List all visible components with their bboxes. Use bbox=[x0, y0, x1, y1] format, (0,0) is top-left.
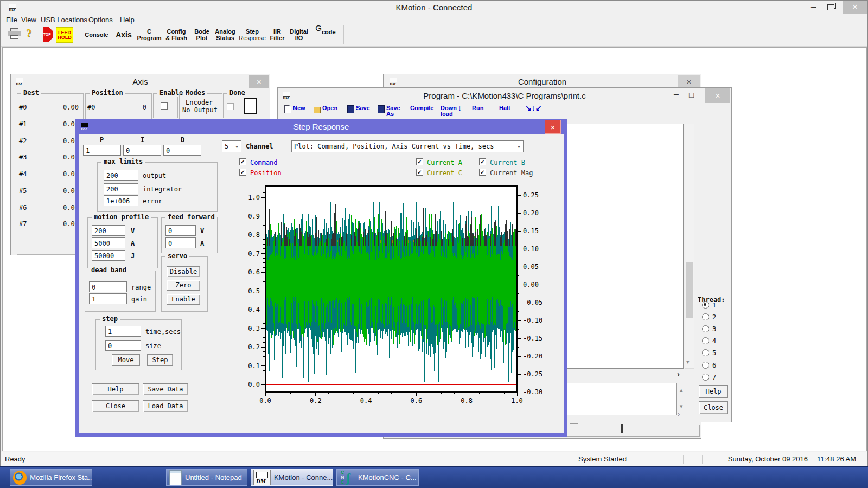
thread-radio-3[interactable] bbox=[702, 325, 709, 332]
toolbar-axis-button[interactable]: Axis bbox=[112, 25, 135, 44]
feedhold-icon[interactable]: FEED HOLD bbox=[56, 27, 73, 43]
thread-radio-7[interactable] bbox=[702, 374, 709, 381]
notepad-icon bbox=[169, 470, 182, 485]
toolbar-analog-status-button[interactable]: AnalogStatus bbox=[213, 25, 237, 44]
program-close-button[interactable]: Close bbox=[699, 401, 728, 414]
save-as-disk-icon bbox=[378, 105, 385, 113]
motion-a-field[interactable] bbox=[92, 237, 125, 248]
close-icon[interactable]: × bbox=[249, 75, 269, 88]
svg-text:0.05: 0.05 bbox=[523, 263, 539, 271]
feedhold-line2: HOLD bbox=[58, 35, 72, 40]
p-field[interactable] bbox=[83, 145, 121, 156]
toolbar-console-button[interactable]: Console bbox=[82, 25, 111, 44]
print-icon[interactable] bbox=[8, 28, 21, 38]
axis-big-checkbox[interactable] bbox=[244, 98, 257, 114]
max-output-field[interactable] bbox=[104, 170, 138, 181]
thread-radio-1[interactable] bbox=[702, 301, 709, 309]
scroll-up-icon[interactable]: ▴ bbox=[680, 387, 683, 393]
enable-checkbox[interactable] bbox=[161, 102, 168, 110]
svg-text:-0.15: -0.15 bbox=[523, 335, 542, 342]
i-field[interactable] bbox=[123, 145, 161, 156]
axis-row-dest: 0.00 bbox=[43, 204, 79, 211]
ff-a-field[interactable] bbox=[165, 237, 196, 248]
step-size-field[interactable] bbox=[105, 340, 141, 351]
menu-usb-locations[interactable]: USB Locations bbox=[39, 15, 90, 24]
stop-icon[interactable]: STOP bbox=[39, 27, 53, 42]
taskbar-kmotion-button[interactable]: DM KMotion - Conne... bbox=[251, 469, 333, 486]
thread-radio-6[interactable] bbox=[702, 362, 709, 369]
minimize-icon[interactable]: – bbox=[811, 2, 816, 12]
scrollbar-thumb[interactable] bbox=[686, 262, 693, 318]
dm-app-icon: DM bbox=[389, 77, 398, 86]
menu-options[interactable]: Options bbox=[86, 15, 115, 24]
max-integrator-field[interactable] bbox=[104, 183, 138, 194]
step-button[interactable]: Step bbox=[147, 354, 173, 366]
step-time-field[interactable] bbox=[105, 326, 141, 337]
close-icon[interactable]: × bbox=[678, 75, 700, 88]
program-title-bar[interactable]: Program - C:\KMotion433\C Programs\print… bbox=[278, 88, 731, 104]
ff-v-field[interactable] bbox=[165, 225, 196, 236]
taskbar-kmotioncnc-button[interactable]: CNCʃ KMotionCNC - C... bbox=[336, 469, 419, 486]
p-label: P bbox=[100, 136, 104, 144]
step-response-title-bar[interactable]: Step Response bbox=[75, 119, 567, 134]
plot-mode-select[interactable]: Plot: Command, Position, Axis Current vs… bbox=[291, 140, 524, 152]
servo-disable-button[interactable]: Disable bbox=[167, 266, 200, 277]
current-b-checkbox[interactable]: ✓ bbox=[479, 158, 486, 165]
servo-enable-button[interactable]: Enable bbox=[167, 294, 200, 305]
axis-row-dest: 0.00 bbox=[43, 170, 79, 178]
move-button[interactable]: Move bbox=[112, 354, 140, 366]
thread-radio-5[interactable] bbox=[702, 349, 709, 356]
motion-v-field[interactable] bbox=[92, 225, 125, 236]
current-a-checkbox[interactable]: ✓ bbox=[416, 158, 423, 165]
toolbar-bode-plot-button[interactable]: BodePlot bbox=[192, 25, 212, 44]
toolbar-gcode-button[interactable]: Gcode bbox=[312, 25, 339, 44]
step-size-label: size bbox=[145, 342, 161, 350]
toolbar-config-flash-button[interactable]: Config& Flash bbox=[163, 25, 189, 44]
deadband-gain-field[interactable] bbox=[89, 293, 127, 304]
axis-row-dest: 0.00 bbox=[43, 104, 79, 111]
deadband-range-field[interactable] bbox=[89, 281, 127, 292]
close-icon[interactable]: × bbox=[843, 1, 867, 14]
max-error-field[interactable] bbox=[104, 195, 138, 206]
toolbar-iir-filter-button[interactable]: IIRFilter bbox=[267, 25, 287, 44]
channel-select[interactable]: 5▾ bbox=[222, 140, 241, 152]
position-checkbox[interactable]: ✓ bbox=[239, 169, 246, 176]
thread-radio-2[interactable] bbox=[702, 313, 709, 320]
help-button[interactable]: Help bbox=[92, 383, 139, 395]
program-help-button[interactable]: Help bbox=[699, 385, 728, 398]
d-field[interactable] bbox=[163, 145, 201, 156]
close-icon[interactable]: × bbox=[545, 120, 561, 134]
motion-j-field[interactable] bbox=[92, 250, 125, 261]
menu-help[interactable]: Help bbox=[118, 15, 137, 24]
toolbar-step-response-button[interactable]: StepResponse bbox=[238, 25, 266, 44]
axis-title-bar[interactable]: Axis bbox=[11, 74, 270, 89]
close-button[interactable]: Close bbox=[92, 400, 139, 412]
restore-icon[interactable] bbox=[827, 4, 834, 10]
help-icon[interactable]: ? bbox=[26, 27, 31, 40]
scroll-right-icon[interactable]: › bbox=[677, 371, 680, 377]
scroll-right-icon[interactable]: › bbox=[678, 411, 680, 417]
toolbar-c-program-button[interactable]: CProgram bbox=[136, 25, 162, 44]
command-checkbox[interactable]: ✓ bbox=[239, 158, 246, 165]
close-icon[interactable]: × bbox=[705, 88, 730, 103]
editor-vertical-scrollbar[interactable] bbox=[685, 124, 694, 369]
svg-text:1.0: 1.0 bbox=[511, 397, 523, 404]
taskbar-notepad-button[interactable]: Untitled - Notepad bbox=[166, 469, 247, 486]
scroll-down-icon[interactable]: ▾ bbox=[680, 403, 683, 409]
taskbar-firefox-button[interactable]: Mozilla Firefox Sta... bbox=[10, 469, 92, 486]
svg-text:0.20: 0.20 bbox=[523, 209, 539, 217]
load-data-button[interactable]: Load Data bbox=[143, 400, 188, 412]
servo-zero-button[interactable]: Zero bbox=[167, 280, 200, 291]
svg-text:0.4: 0.4 bbox=[248, 306, 260, 313]
main-title-bar[interactable]: DM KMotion - Connected – × bbox=[1, 1, 867, 15]
minimize-icon[interactable]: – bbox=[674, 89, 679, 99]
current-mag-checkbox[interactable]: ✓ bbox=[479, 169, 486, 176]
save-data-button[interactable]: Save Data bbox=[143, 383, 188, 395]
menu-file[interactable]: File bbox=[4, 15, 20, 24]
thread-radio-4[interactable] bbox=[702, 337, 709, 344]
toolbar-digital-io-button[interactable]: DigitalI/O bbox=[288, 25, 310, 44]
maximize-icon[interactable]: □ bbox=[689, 90, 694, 99]
scroll-down-icon[interactable]: ▾ bbox=[686, 359, 690, 365]
current-c-checkbox[interactable]: ✓ bbox=[416, 169, 423, 176]
menu-view[interactable]: View bbox=[19, 15, 39, 24]
